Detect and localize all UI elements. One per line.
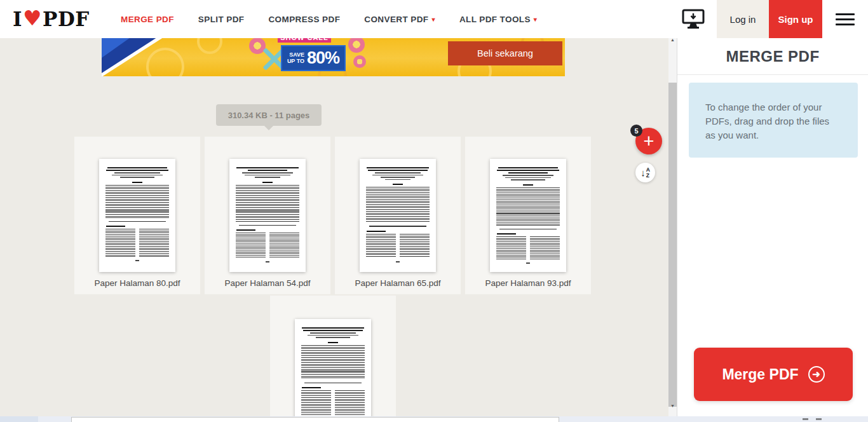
arrow-right-circle-icon: ➜ xyxy=(808,366,825,383)
drag-drop-info-box: To change the order of your PDFs, drag a… xyxy=(689,83,858,158)
desktop-app-button[interactable] xyxy=(670,0,717,38)
scrollbar-thumb[interactable] xyxy=(668,83,677,407)
merge-pdf-button[interactable]: Merge PDF ➜ xyxy=(694,348,853,401)
chevron-down-icon: ▾ xyxy=(534,16,537,23)
pdf-page-preview xyxy=(229,159,306,272)
file-card[interactable]: Paper Halaman 80.pdf xyxy=(74,137,200,294)
nav-convert-pdf[interactable]: CONVERT PDF▾ xyxy=(364,15,435,24)
file-name: Paper Halaman 93.pdf xyxy=(465,278,591,288)
main-nav: MERGE PDF SPLIT PDF COMPRESS PDF CONVERT… xyxy=(121,0,537,38)
chevron-down-icon: ▾ xyxy=(431,16,435,23)
bottom-cutoff-strip xyxy=(0,416,868,422)
plus-icon: + xyxy=(644,129,654,153)
file-card[interactable]: Paper Halaman 124.pdf xyxy=(270,296,396,422)
login-button[interactable]: Log in xyxy=(717,0,769,38)
heart-icon: ♥ xyxy=(23,6,42,31)
sort-files-button[interactable]: ↓ AZ xyxy=(635,163,655,182)
banner-cta-button[interactable]: Beli sekarang xyxy=(448,41,562,65)
file-card[interactable]: Paper Halaman 93.pdf xyxy=(465,137,591,294)
ilovepdf-merge-page: I♥PDF MERGE PDF SPLIT PDF COMPRESS PDF C… xyxy=(0,0,868,422)
nav-merge-pdf[interactable]: MERGE PDF xyxy=(121,15,174,24)
file-count-badge: 5 xyxy=(630,125,642,137)
nav-split-pdf[interactable]: SPLIT PDF xyxy=(198,15,245,24)
pdf-page-preview xyxy=(99,159,175,272)
file-card[interactable]: Paper Halaman 65.pdf xyxy=(335,137,461,294)
logo[interactable]: I♥PDF xyxy=(13,0,90,38)
logo-text-pdf: PDF xyxy=(43,8,90,31)
pdf-page-preview xyxy=(490,159,566,272)
nav-compress-pdf[interactable]: COMPRESS PDF xyxy=(268,15,340,24)
ad-banner[interactable]: SHOW CALL SAVEUP TO 80% Beli sekarang xyxy=(102,36,565,76)
desktop-download-icon xyxy=(682,9,705,29)
top-navbar: I♥PDF MERGE PDF SPLIT PDF COMPRESS PDF C… xyxy=(0,0,868,38)
file-info-tooltip: 310.34 KB - 11 pages xyxy=(216,104,322,126)
hamburger-icon xyxy=(836,13,855,15)
header-right-cluster: Log in Sign up xyxy=(670,0,868,38)
file-info-text: 310.34 KB - 11 pages xyxy=(228,111,310,120)
file-card[interactable]: Paper Halaman 54.pdf xyxy=(205,137,330,294)
banner-discount-text: 80% xyxy=(307,48,339,68)
scroll-down-arrow[interactable]: ▼ xyxy=(668,401,677,411)
vertical-scrollbar[interactable]: ▲ ▼ xyxy=(668,35,677,416)
banner-save-box: SAVEUP TO 80% xyxy=(281,45,346,71)
pdf-page-preview xyxy=(295,319,371,422)
signup-button[interactable]: Sign up xyxy=(769,0,822,38)
file-name: Paper Halaman 65.pdf xyxy=(335,278,461,288)
drag-drop-info-text: To change the order of your PDFs, drag a… xyxy=(705,102,829,140)
sort-az-icon: ↓ AZ xyxy=(641,167,650,179)
nav-all-pdf-tools[interactable]: ALL PDF TOOLS▾ xyxy=(459,15,537,24)
logo-text-i: I xyxy=(13,8,22,31)
pdf-page-preview xyxy=(360,159,436,272)
sidebar-title: MERGE PDF xyxy=(677,38,868,75)
hamburger-menu-button[interactable] xyxy=(822,0,868,38)
workspace: SHOW CALL SAVEUP TO 80% Beli sekarang 31… xyxy=(0,38,677,416)
tool-sidebar: MERGE PDF To change the order of your PD… xyxy=(677,38,868,416)
file-name: Paper Halaman 80.pdf xyxy=(74,278,200,288)
file-name: Paper Halaman 54.pdf xyxy=(205,278,330,288)
